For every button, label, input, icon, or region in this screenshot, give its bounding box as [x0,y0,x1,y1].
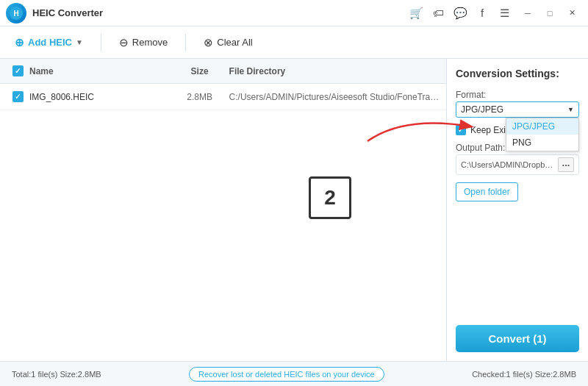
window-controls: ─ □ ✕ [517,6,582,21]
format-dropdown-open: JPG/JPEG PNG [506,118,579,151]
dropdown-chevron-icon: ▼ [567,106,574,113]
exif-checkbox[interactable] [456,125,466,135]
table-row: IMG_8006.HEIC 2.8MB C:/Users/ADMIN/Pictu… [0,84,446,110]
output-path-box: C:\Users\ADMIN\Dropbox\PC\... ··· [456,154,579,175]
main-layout: Name Size File Directory IMG_8006.HEIC 2… [0,59,588,361]
format-select[interactable]: JPG/JPEG ▼ [456,101,579,118]
remove-button[interactable]: ⊖ Remove [113,33,173,52]
maximize-button[interactable]: □ [539,6,560,21]
tag-icon[interactable]: 🏷 [431,7,445,19]
clear-icon: ⊗ [204,36,213,49]
header-dir: File Directory [229,66,440,76]
status-total: Total:1 file(s) Size:2.8MB [12,370,101,379]
format-section: Format: JPG/JPEG ▼ JPG/JPEG PNG [456,90,579,118]
header-size: Size [171,66,229,76]
dropdown-item-jpg[interactable]: JPG/JPEG [506,118,578,135]
file-dir: C:/Users/ADMIN/Pictures/Aiseesoft Studio… [229,92,440,102]
file-table-header: Name Size File Directory [0,59,446,84]
status-bar: Total:1 file(s) Size:2.8MB Recover lost … [0,361,588,386]
select-all-checkbox[interactable] [12,65,24,76]
app-logo: H [6,3,26,24]
close-button[interactable]: ✕ [562,6,582,21]
minimize-button[interactable]: ─ [517,6,538,21]
file-area: Name Size File Directory IMG_8006.HEIC 2… [0,59,447,361]
remove-label: Remove [132,37,168,48]
app-title: HEIC Converter [32,7,409,18]
browse-button[interactable]: ··· [558,157,574,172]
chevron-down-icon: ▼ [76,38,83,46]
title-bar-icons: 🛒 🏷 💬 f ☰ [409,7,512,20]
step-2-annotation: 2 [309,176,351,219]
open-folder-button[interactable]: Open folder [456,182,518,201]
selected-format: JPG/JPEG [461,104,503,115]
svg-text:H: H [13,10,18,18]
add-heic-label: Add HEIC [28,37,72,48]
add-icon: ⊕ [15,36,24,49]
file-size: 2.8MB [171,92,229,102]
facebook-icon[interactable]: f [475,7,490,19]
file-checkbox[interactable] [12,91,24,102]
add-heic-button[interactable]: ⊕ Add HEIC ▼ [9,33,89,52]
toolbar-separator-2 [185,34,186,51]
format-label: Format: [456,90,579,100]
header-name: Name [29,66,171,76]
right-panel: Conversion Settings: Format: JPG/JPEG ▼ … [447,59,588,361]
cart-icon[interactable]: 🛒 [409,7,423,20]
recover-button[interactable]: Recover lost or deleted HEIC files on yo… [189,367,384,382]
clear-all-label: Clear All [217,37,252,48]
chat-icon[interactable]: 💬 [453,7,467,20]
header-check-col [6,65,29,76]
toolbar-separator-1 [101,34,101,51]
output-path-text: C:\Users\ADMIN\Dropbox\PC\... [461,160,555,169]
remove-icon: ⊖ [119,36,129,49]
format-dropdown-container: JPG/JPEG ▼ JPG/JPEG PNG [456,101,579,118]
toolbar: ⊕ Add HEIC ▼ ⊖ Remove ⊗ Clear All [0,26,588,59]
dropdown-item-png[interactable]: PNG [506,135,578,151]
panel-title: Conversion Settings: [456,68,579,79]
status-checked: Checked:1 file(s) Size:2.8MB [472,370,576,379]
clear-all-button[interactable]: ⊗ Clear All [198,33,258,52]
row-check-col [6,91,29,102]
menu-icon[interactable]: ☰ [497,7,512,20]
file-name: IMG_8006.HEIC [29,92,171,102]
title-bar: H HEIC Converter 🛒 🏷 💬 f ☰ ─ □ ✕ [0,0,588,26]
convert-button[interactable]: Convert (1) [456,325,579,352]
